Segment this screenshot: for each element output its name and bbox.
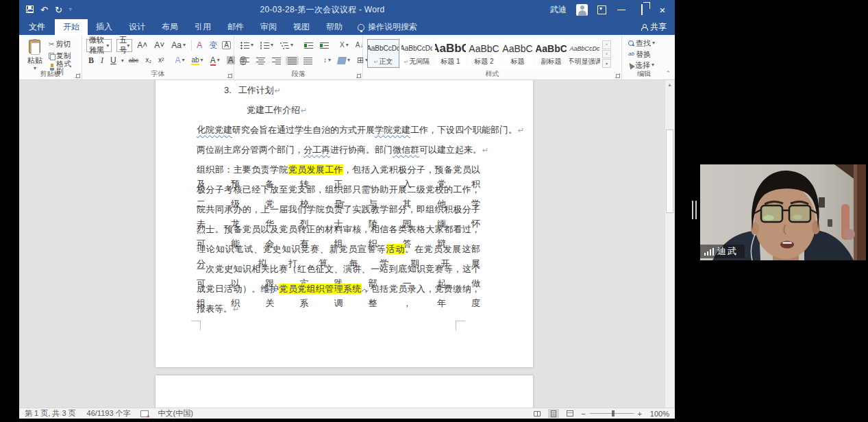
document-page-1[interactable]: 3.工作计划↵党建工作介绍↵化院党建研究会旨在通过学生自治的方式开展学院党建工作…: [156, 80, 533, 367]
justify-button[interactable]: [286, 56, 299, 65]
save-icon[interactable]: [26, 5, 34, 14]
clear-formatting-button[interactable]: A: [195, 40, 204, 50]
tab-6[interactable]: 邮件: [219, 19, 252, 35]
print-layout-button[interactable]: [548, 409, 559, 418]
subscript-button[interactable]: x₂: [143, 56, 153, 64]
paragraph-dialog-launcher[interactable]: [356, 73, 361, 78]
underline-button[interactable]: U: [108, 55, 119, 65]
document-line-11[interactable]: 成党日活动）。维护党员党组织管理系统，包括党员录入，党费缴纳，组织关系调整，年度: [197, 282, 480, 301]
document-line-7[interactable]: 院共同承办的，上一届我们学院负责了实践教学部分，即组织积极分子去龙华烈士陵园缅怀: [197, 202, 480, 222]
clipboard-dialog-launcher[interactable]: [75, 73, 80, 78]
shading-button[interactable]: ▾: [336, 56, 352, 65]
bullets-button[interactable]: ▾: [238, 41, 256, 50]
account-name[interactable]: 武迪: [550, 4, 567, 16]
document-line-3[interactable]: 化院党建研究会旨在通过学生自治的方式开展学院党建工作，下设四个职能部门。↵: [197, 123, 480, 142]
document-line-5[interactable]: 组织部：主要负责学院党员发展工作，包括入党积极分子，预备党员以及预备转正。入党积: [197, 162, 480, 182]
style-item-2[interactable]: AaBbC标题 1: [434, 39, 467, 68]
text-highlight-button[interactable]: ab▾: [189, 56, 205, 64]
align-left-button[interactable]: [238, 56, 251, 65]
collapse-ribbon-icon[interactable]: ⌃: [665, 70, 671, 77]
tell-me-box[interactable]: 操作说明搜索: [351, 19, 424, 35]
read-mode-button[interactable]: [532, 409, 543, 418]
style-scroll-up-icon[interactable]: ˄: [602, 40, 611, 49]
decrease-indent-button[interactable]: [302, 41, 315, 50]
account-avatar[interactable]: [576, 4, 588, 16]
document-line-2[interactable]: 党建工作介绍↵: [197, 103, 480, 123]
tab-file[interactable]: 文件: [19, 19, 55, 35]
italic-button[interactable]: I: [99, 55, 106, 65]
tab-3[interactable]: 设计: [121, 19, 153, 35]
page-indicator[interactable]: 第 1 页, 共 3 页: [19, 408, 82, 419]
strikethrough-button[interactable]: abc: [127, 57, 141, 64]
find-button[interactable]: 查找▾: [626, 38, 657, 49]
style-item-5[interactable]: AaBbC副标题: [535, 39, 567, 68]
tab-4[interactable]: 布局: [153, 19, 186, 35]
scrollbar-thumb[interactable]: [666, 129, 673, 213]
asian-layout-button[interactable]: X▾: [338, 41, 351, 49]
document-page-2[interactable]: [156, 375, 533, 408]
font-color-button[interactable]: A▾: [208, 55, 222, 65]
language-indicator[interactable]: 中文(中国): [153, 408, 199, 419]
document-line-4[interactable]: 两位副主席分管两个部门，分工再进行协商。部门微信群可以建立起来。↵: [197, 142, 480, 162]
style-item-1[interactable]: AaBbCcDc↵无间隔: [401, 39, 433, 68]
paste-button[interactable]: 粘贴 ▾: [23, 38, 47, 72]
shrink-font-button[interactable]: A˅: [152, 40, 166, 50]
zoom-out-button[interactable]: −: [581, 410, 585, 418]
vertical-scrollbar[interactable]: ▲: [665, 80, 674, 408]
style-item-4[interactable]: AaBbC标题: [501, 39, 534, 68]
cut-button[interactable]: ✂剪切: [47, 39, 79, 49]
document-line-8[interactable]: 烈士。预备党员以及党员转正的材料审核，相信各类表格大家都看过，可能会有组织答辩、: [197, 222, 480, 242]
character-border-button[interactable]: A: [222, 41, 231, 49]
style-item-0[interactable]: AaBbCcDc↵正文: [367, 39, 399, 68]
styles-dialog-launcher[interactable]: [615, 73, 620, 78]
style-item-3[interactable]: AaBbC标题 2: [468, 39, 500, 68]
undo-icon[interactable]: ↶: [40, 5, 48, 14]
replace-button[interactable]: ab替换: [626, 49, 653, 60]
document-line-1[interactable]: 3.工作计划↵: [197, 83, 480, 103]
style-item-6[interactable]: AaBbCcDc不明显强调: [569, 39, 601, 68]
align-right-button[interactable]: [270, 56, 283, 65]
distribute-button[interactable]: [301, 56, 314, 65]
font-name-combo[interactable]: 微软雅黑▾: [86, 39, 112, 52]
tab-2[interactable]: 插入: [88, 19, 121, 35]
ribbon-display-options-icon[interactable]: [597, 5, 606, 14]
qat-customize-icon[interactable]: ▿: [69, 7, 72, 12]
tab-8[interactable]: 视图: [285, 19, 318, 35]
phonetic-guide-button[interactable]: 变: [207, 40, 219, 50]
webcam-video[interactable]: 迪武: [700, 164, 866, 260]
font-dialog-launcher[interactable]: [227, 73, 232, 78]
multilevel-list-button[interactable]: ▾: [278, 41, 295, 50]
zoom-in-button[interactable]: +: [638, 410, 642, 418]
change-case-button[interactable]: Aa▾: [169, 40, 188, 50]
redo-icon[interactable]: ↻: [55, 5, 62, 14]
tab-1[interactable]: 开始: [55, 19, 88, 35]
tab-9[interactable]: 帮助: [318, 19, 351, 35]
align-center-button[interactable]: [254, 56, 267, 65]
video-panel-handle[interactable]: [692, 201, 697, 219]
share-button[interactable]: 共享: [632, 19, 675, 35]
document-line-10[interactable]: 一次党史知识相关比赛（红色征文、演讲、一站到底知识竞赛等，这个可以跟实践部一起做: [197, 262, 480, 282]
document-line-6[interactable]: 极分子考核已经下放至党支部，组织部只需协助开展二级党校的工作，二级党校是与其他学: [197, 182, 480, 202]
text-effects-button[interactable]: A▾: [173, 55, 186, 65]
superscript-button[interactable]: x²: [156, 56, 166, 64]
word-count[interactable]: 46/1193 个字: [82, 408, 136, 419]
tab-5[interactable]: 引用: [186, 19, 219, 35]
zoom-level[interactable]: 100%: [647, 410, 669, 418]
chevron-down-icon[interactable]: ▾: [121, 58, 124, 64]
bold-button[interactable]: B: [86, 55, 96, 65]
document-line-9[interactable]: 理论知识笔试、党史知识竞赛、新党员宣誓等活动。在党员发展这部分，拟打算每学期开展: [197, 242, 480, 262]
style-gallery-more-icon[interactable]: ▾: [602, 59, 611, 68]
numbering-button[interactable]: ▾: [258, 41, 275, 50]
close-button[interactable]: ×: [657, 4, 668, 16]
font-size-combo[interactable]: 五号▾: [116, 39, 132, 52]
line-spacing-button[interactable]: ↕▾: [321, 56, 333, 64]
tab-7[interactable]: 审阅: [252, 19, 285, 35]
scroll-up-icon[interactable]: ▲: [665, 80, 674, 90]
minimize-button[interactable]: —: [616, 5, 627, 14]
zoom-slider[interactable]: [590, 413, 634, 414]
restore-button[interactable]: [636, 5, 647, 14]
increase-indent-button[interactable]: [318, 41, 331, 50]
grow-font-button[interactable]: A˄: [135, 40, 149, 50]
style-scroll-down-icon[interactable]: ˅: [602, 50, 611, 59]
web-layout-button[interactable]: [565, 409, 575, 418]
